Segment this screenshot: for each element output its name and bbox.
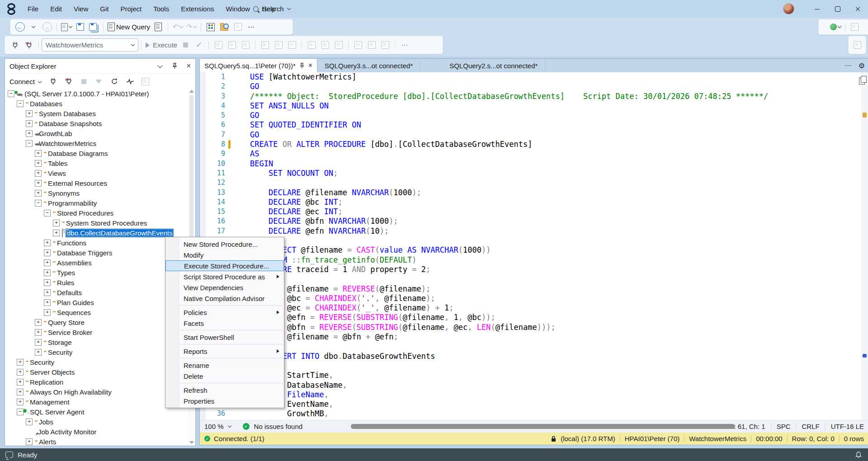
back-dropdown[interactable] <box>27 21 40 33</box>
tree-item-sql-server-agent[interactable]: −SQL Server Agent <box>5 407 188 417</box>
parse-button[interactable]: ✓ <box>192 39 206 52</box>
expander-expand-icon[interactable]: + <box>26 419 33 425</box>
split-window-icon[interactable] <box>861 76 867 83</box>
horizontal-scrollbar-thumb[interactable] <box>351 424 735 429</box>
context-menu-item-native-compilation-advisor[interactable]: Native Compilation Advisor <box>165 293 284 304</box>
tree-item-views[interactable]: +Views <box>5 168 188 178</box>
expander-expand-icon[interactable]: + <box>44 289 51 296</box>
tree-item-defaults[interactable]: +Defaults <box>5 287 188 297</box>
tree-item-system-stored-procedures[interactable]: +System Stored Procedures <box>5 218 188 228</box>
expander-expand-icon[interactable]: + <box>26 130 33 137</box>
tree-item-watchtowermetrics[interactable]: −WatchtowerMetrics <box>5 138 188 148</box>
live-stats-button[interactable] <box>272 39 285 52</box>
context-menu-item-properties[interactable]: Properties <box>165 395 284 406</box>
tab-sqlquery2-s-ot-connected[interactable]: SQLQuery2.s...ot connected* <box>442 59 545 72</box>
expander-expand-icon[interactable]: + <box>53 230 60 236</box>
oe-connect-icon[interactable] <box>50 78 57 85</box>
tree-item-functions[interactable]: +Functions <box>5 238 188 248</box>
expander-expand-icon[interactable]: + <box>35 160 42 167</box>
context-menu-item-policies[interactable]: Policies <box>165 307 284 318</box>
tab-sqlquery3-s-ot-connected[interactable]: SQLQuery3.s...ot connected* <box>317 59 420 72</box>
tree-item-synonyms[interactable]: +Synonyms <box>5 188 188 198</box>
tree-item-rules[interactable]: +Rules <box>5 278 188 287</box>
tree-item-stored-procedures[interactable]: −Stored Procedures <box>5 208 188 218</box>
context-menu-item-rename[interactable]: Rename <box>165 360 284 371</box>
expander-expand-icon[interactable]: + <box>17 399 24 405</box>
save-all-button[interactable] <box>87 21 100 33</box>
expander-expand-icon[interactable]: + <box>26 438 33 445</box>
avatar[interactable] <box>783 3 794 14</box>
menu-window[interactable]: Window <box>220 0 256 18</box>
tree-item-jobs[interactable]: +Jobs <box>5 417 188 427</box>
expander-collapse-icon[interactable]: − <box>17 100 24 107</box>
actual-plan-button[interactable] <box>258 39 272 52</box>
menu-view[interactable]: View <box>68 0 94 18</box>
expander-expand-icon[interactable]: + <box>17 389 24 395</box>
context-menu-item-modify[interactable]: Modify <box>165 249 284 260</box>
expander-expand-icon[interactable]: + <box>17 359 24 366</box>
query-toolbar-overflow-button[interactable]: … <box>398 39 411 52</box>
scripting-icon[interactable] <box>142 78 149 85</box>
tree-item-sql-server-17-0-1000-7-hpai01-peter[interactable]: −. (SQL Server 17.0.1000.7 - HPAI01\Pete… <box>5 89 188 99</box>
expander-expand-icon[interactable]: + <box>44 269 51 276</box>
minimize-button[interactable] <box>807 0 827 18</box>
execution-plan-button[interactable] <box>204 21 217 33</box>
results-text-button[interactable] <box>305 39 318 52</box>
context-menu-item-facets[interactable]: Facets <box>165 318 284 329</box>
tree-item-plan-guides[interactable]: +Plan Guides <box>5 297 188 307</box>
change-connection-button[interactable] <box>22 39 36 52</box>
tree-item-service-broker[interactable]: +Service Broker <box>5 327 188 337</box>
context-menu-item-execute-stored-procedure[interactable]: Execute Stored Procedure... <box>165 260 284 271</box>
feedback-button[interactable] <box>848 21 862 33</box>
restore-button[interactable] <box>827 0 848 18</box>
results-grid-button[interactable] <box>318 39 332 52</box>
results-file-button[interactable] <box>332 39 345 52</box>
scroll-down-icon[interactable] <box>189 441 194 444</box>
code-area[interactable]: 1USE [WatchtowerMetrics]2GO3/****** Obje… <box>200 72 868 420</box>
copilot-button[interactable] <box>829 21 842 33</box>
new-query-button[interactable]: New Query <box>106 21 151 33</box>
search-control[interactable]: Search <box>253 0 290 18</box>
expander-expand-icon[interactable]: + <box>35 349 42 356</box>
panel-close-icon[interactable]: × <box>187 62 191 70</box>
expander-collapse-icon[interactable]: − <box>44 210 51 216</box>
expander-expand-icon[interactable]: + <box>53 220 60 226</box>
context-menu-item-script-stored-procedure-as[interactable]: Script Stored Procedure as <box>165 271 284 282</box>
comment-button[interactable] <box>351 39 365 52</box>
menu-extensions[interactable]: Extensions <box>175 0 220 18</box>
tree-item-programmability[interactable]: −Programmability <box>5 198 188 208</box>
context-menu-item-new-stored-procedure[interactable]: New Stored Procedure... <box>165 239 284 249</box>
tree-item-types[interactable]: +Types <box>5 268 188 278</box>
navigate-back-button[interactable]: ← <box>13 21 27 33</box>
tree-item-security[interactable]: +Security <box>5 357 188 367</box>
find-in-files-button[interactable] <box>217 21 231 33</box>
menu-file[interactable]: File <box>22 0 44 18</box>
oe-disconnect-icon[interactable] <box>65 78 73 85</box>
expander-collapse-icon[interactable]: − <box>26 140 33 147</box>
expander-expand-icon[interactable]: + <box>44 240 51 246</box>
tree-item-storage[interactable]: +Storage <box>5 337 188 347</box>
expander-expand-icon[interactable]: + <box>44 259 51 266</box>
tree-item-sequences[interactable]: +Sequences <box>5 307 188 317</box>
space-mode[interactable]: SPC <box>777 423 791 430</box>
execute-button[interactable]: Execute <box>144 39 179 52</box>
panel-menu-chevron-icon[interactable] <box>157 63 162 68</box>
zoom-level[interactable]: 100 % <box>204 423 224 430</box>
open-query-button[interactable] <box>151 21 165 33</box>
expander-collapse-icon[interactable]: − <box>35 200 42 207</box>
encoding[interactable]: UTF-16 LE <box>831 423 864 430</box>
menu-edit[interactable]: Edit <box>44 0 68 18</box>
menu-git[interactable]: Git <box>94 0 114 18</box>
menu-project[interactable]: Project <box>114 0 147 18</box>
scroll-up-icon[interactable] <box>189 90 194 93</box>
tree-item-dbo-collectdatabasegrowthevents[interactable]: +dbo.CollectDatabaseGrowthEvents <box>5 228 188 238</box>
tree-item-replication[interactable]: +Replication <box>5 377 188 387</box>
expander-expand-icon[interactable]: + <box>26 120 33 127</box>
context-menu-item-view-dependencies[interactable]: View Dependencies <box>165 282 284 293</box>
expander-collapse-icon[interactable]: − <box>8 90 14 97</box>
new-file-button[interactable] <box>60 21 73 33</box>
line-ending[interactable]: CRLF <box>802 423 819 430</box>
expander-expand-icon[interactable]: + <box>17 369 24 376</box>
client-stats-button[interactable] <box>285 39 299 52</box>
tree-item-always-on-high-availability[interactable]: +Always On High Availability <box>5 387 188 397</box>
